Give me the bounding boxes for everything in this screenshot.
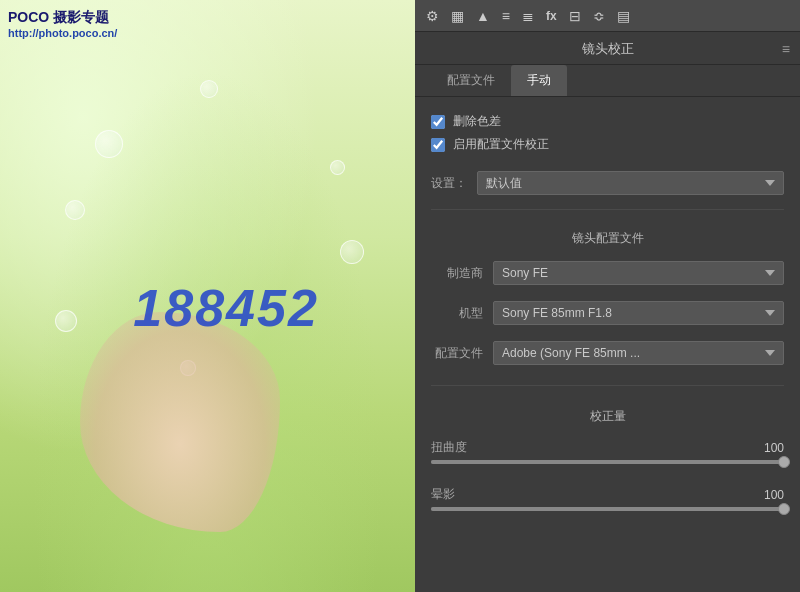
profile-select[interactable]: Adobe (Sony FE 85mm ... Custom <box>493 341 784 365</box>
settings-row: 设置： 默认值 自定义 <box>431 171 784 195</box>
panel-header: 镜头校正 ≡ <box>415 32 800 65</box>
bubble-5 <box>330 160 345 175</box>
toolbar-icon-box[interactable]: ⊟ <box>566 6 584 26</box>
slider-row-vignette: 晕影 100 <box>431 486 784 511</box>
bubble-2 <box>65 200 85 220</box>
panel-menu-icon[interactable]: ≡ <box>782 41 790 57</box>
slider-fill-vignette <box>431 507 784 511</box>
bubble-3 <box>200 80 218 98</box>
lens-profile-title: 镜头配置文件 <box>431 224 784 251</box>
correction-title: 校正量 <box>431 400 784 429</box>
toolbar-icon-grid[interactable]: ▦ <box>448 6 467 26</box>
slider-header-vignette: 晕影 100 <box>431 486 784 503</box>
watermark-number: 188452 <box>133 278 319 338</box>
site-url: http://photo.poco.cn/ <box>8 26 117 40</box>
manufacturer-label: 制造商 <box>431 265 483 282</box>
checkbox-label-ca: 删除色差 <box>453 113 501 130</box>
slider-thumb-vignette[interactable] <box>778 503 790 515</box>
logo-text: POCO 摄影专题 <box>8 8 117 26</box>
toolbar-icon-lines[interactable]: ≡ <box>499 6 513 26</box>
slider-fill-distortion <box>431 460 784 464</box>
slider-header-distortion: 扭曲度 100 <box>431 439 784 456</box>
slider-track-vignette[interactable] <box>431 507 784 511</box>
slider-row-distortion: 扭曲度 100 <box>431 439 784 464</box>
profile-label: 配置文件 <box>431 345 483 362</box>
toolbar-icon-effects[interactable]: fx <box>543 7 560 25</box>
toolbar: ⚙ ▦ ▲ ≡ ≣ fx ⊟ ≎ ▤ <box>415 0 800 32</box>
tab-config[interactable]: 配置文件 <box>431 65 511 96</box>
panel-content: 删除色差 启用配置文件校正 设置： 默认值 自定义 镜头配置文件 制造商 Son… <box>415 97 800 592</box>
right-panel: ⚙ ▦ ▲ ≡ ≣ fx ⊟ ≎ ▤ 镜头校正 ≡ 配置文件 手动 删除色差 启… <box>415 0 800 592</box>
tab-manual[interactable]: 手动 <box>511 65 567 96</box>
slider-thumb-distortion[interactable] <box>778 456 790 468</box>
bubble-4 <box>55 310 77 332</box>
checkbox-row-profile: 启用配置文件校正 <box>431 136 784 153</box>
profile-row: 配置文件 Adobe (Sony FE 85mm ... Custom <box>431 341 784 365</box>
toolbar-icon-settings[interactable]: ⚙ <box>423 6 442 26</box>
bubble-6 <box>340 240 364 264</box>
manufacturer-select[interactable]: Sony FE Canon Nikon <box>493 261 784 285</box>
toolbar-icon-list[interactable]: ▤ <box>614 6 633 26</box>
divider-2 <box>431 385 784 386</box>
toolbar-icon-bars[interactable]: ≣ <box>519 6 537 26</box>
slider-track-distortion[interactable] <box>431 460 784 464</box>
settings-select[interactable]: 默认值 自定义 <box>477 171 784 195</box>
slider-value-vignette: 100 <box>754 488 784 502</box>
checkbox-label-profile: 启用配置文件校正 <box>453 136 549 153</box>
checkbox-remove-ca[interactable] <box>431 115 445 129</box>
settings-label: 设置： <box>431 175 467 192</box>
slider-value-distortion: 100 <box>754 441 784 455</box>
toolbar-icon-adjust[interactable]: ≎ <box>590 6 608 26</box>
photo-panel: POCO 摄影专题 http://photo.poco.cn/ 188452 <box>0 0 415 592</box>
checkbox-section: 删除色差 启用配置文件校正 <box>431 109 784 157</box>
bubble-1 <box>95 130 123 158</box>
divider-1 <box>431 209 784 210</box>
checkbox-enable-profile[interactable] <box>431 138 445 152</box>
model-label: 机型 <box>431 305 483 322</box>
model-row: 机型 Sony FE 85mm F1.8 Sony FE 50mm F1.8 <box>431 301 784 325</box>
checkbox-row-ca: 删除色差 <box>431 113 784 130</box>
watermark-logo: POCO 摄影专题 http://photo.poco.cn/ <box>8 8 117 40</box>
toolbar-icon-triangle[interactable]: ▲ <box>473 6 493 26</box>
model-select[interactable]: Sony FE 85mm F1.8 Sony FE 50mm F1.8 <box>493 301 784 325</box>
tab-bar: 配置文件 手动 <box>415 65 800 97</box>
slider-name-distortion: 扭曲度 <box>431 439 467 456</box>
panel-title: 镜头校正 <box>582 40 634 58</box>
slider-name-vignette: 晕影 <box>431 486 455 503</box>
manufacturer-row: 制造商 Sony FE Canon Nikon <box>431 261 784 285</box>
